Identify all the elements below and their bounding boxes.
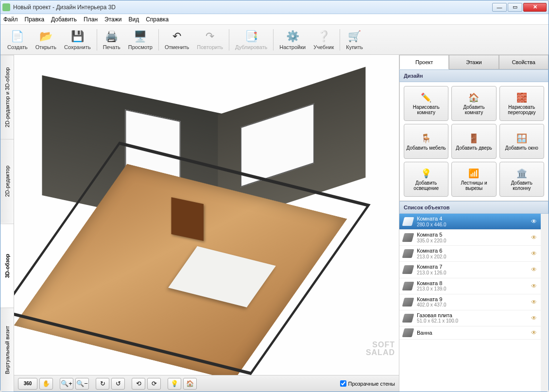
object-size: 213.0 x 202.0 (417, 254, 527, 260)
tool-label: Добавить мебель (407, 145, 446, 151)
view-button-0[interactable]: 360 (18, 378, 37, 390)
sidetab-1[interactable]: 2D-редактор (0, 139, 14, 223)
tool-Добавить комнату[interactable]: 🏠Добавить комнату (451, 86, 496, 121)
app-icon (2, 3, 10, 11)
Сохранить-icon: 💾 (70, 30, 84, 43)
menu-Правка[interactable]: Правка (25, 16, 45, 23)
object-name: Комната 8 (417, 280, 527, 287)
toolbar-separator (229, 29, 229, 51)
tool-Добавить колонну[interactable]: 🏛️Добавить колонну (499, 162, 544, 197)
toolbar-Повторить: ↷Повторить (193, 28, 227, 52)
tool-Добавить освещение[interactable]: 💡Добавить освещение (404, 162, 448, 197)
tool-Добавить окно[interactable]: 🪟Добавить окно (499, 124, 544, 159)
menu-Этажи[interactable]: Этажи (104, 16, 121, 23)
3d-canvas[interactable]: SOFT SALAD (14, 55, 399, 375)
main-area: 2D-редактор и 3D-обзор2D-редактор3D-обзо… (0, 55, 549, 392)
toolbar-Просмотр[interactable]: 🖥️Просмотр (124, 28, 156, 52)
titlebar: Новый проект - Дизайн Интерьера 3D — ▭ ✕ (0, 0, 549, 14)
visibility-icon[interactable]: 👁 (531, 250, 537, 257)
design-header: Дизайн (399, 69, 549, 82)
view-button-2[interactable]: 🔍+ (60, 378, 73, 390)
toolbar-separator (273, 29, 274, 51)
sidetab-3[interactable]: Виртуальный визит (0, 307, 14, 392)
transparent-walls-checkbox[interactable]: Прозрачные стены (340, 380, 395, 387)
object-Комната 4[interactable]: Комната 4280.0 x 446.0👁 (399, 214, 541, 230)
toolbar-label: Отменить (165, 44, 189, 50)
Открыть-icon: 📂 (39, 30, 52, 43)
visibility-icon[interactable]: 👁 (531, 329, 537, 336)
window-title: Новый проект - Дизайн Интерьера 3D (13, 4, 492, 11)
view-button-3[interactable]: 🔍− (75, 378, 89, 390)
toolbar-separator (158, 29, 159, 51)
Просмотр-icon: 🖥️ (134, 30, 147, 43)
view-button-1[interactable]: ✋ (39, 378, 53, 390)
menu-План[interactable]: План (84, 16, 98, 23)
visibility-icon[interactable]: 👁 (531, 266, 537, 273)
visibility-icon[interactable]: 👁 (531, 315, 537, 322)
tool-label: Добавить освещение (406, 180, 446, 191)
tool-label: Добавить окно (505, 145, 538, 151)
scrollbar[interactable] (541, 214, 549, 392)
tool-label: Добавить колонну (502, 180, 542, 191)
menu-Файл[interactable]: Файл (3, 16, 18, 23)
object-Комната 7[interactable]: Комната 7213.0 x 126.0👁 (399, 262, 541, 278)
menu-Добавить[interactable]: Добавить (51, 16, 77, 23)
toolbar-Настройки[interactable]: ⚙️Настройки (275, 28, 309, 52)
object-Комната 5[interactable]: Комната 5335.0 x 220.0👁 (399, 230, 541, 246)
toolbar-label: Открыть (35, 44, 56, 50)
toolbar-Печать[interactable]: 🖨️Печать (99, 28, 124, 52)
tool-Лестницы и вырезы[interactable]: 📶Лестницы и вырезы (451, 162, 496, 197)
tool-Нарисовать комнату[interactable]: ✏️Нарисовать комнату (404, 86, 448, 121)
visibility-icon[interactable]: 👁 (531, 299, 537, 306)
tool-Добавить мебель[interactable]: 🪑Добавить мебель (404, 124, 448, 159)
Купить-icon: 🛒 (348, 30, 361, 43)
tool-grid: ✏️Нарисовать комнату🏠Добавить комнату🧱На… (399, 82, 549, 201)
visibility-icon[interactable]: 👁 (531, 283, 537, 290)
close-button[interactable]: ✕ (523, 3, 547, 12)
menu-Вид[interactable]: Вид (128, 16, 139, 23)
menu-Справка[interactable]: Справка (146, 16, 169, 23)
toolbar-Создать[interactable]: 📄Создать (3, 28, 32, 52)
sidetab-2[interactable]: 3D-обзор (0, 223, 14, 307)
view-button-6[interactable]: ⟲ (132, 378, 145, 390)
view-button-9[interactable]: 🏠 (183, 378, 197, 390)
tool-label: Нарисовать перегородку (502, 104, 542, 115)
object-Комната 8[interactable]: Комната 8213.0 x 139.0👁 (399, 278, 541, 294)
tool-Добавить дверь[interactable]: 🚪Добавить дверь (451, 124, 496, 159)
toolbar-Отменить[interactable]: ↶Отменить (161, 28, 193, 52)
right-tab-Этажи[interactable]: Этажи (449, 55, 498, 69)
tool-icon: 🪟 (516, 133, 528, 144)
object-Ванна[interactable]: Ванна👁 (399, 326, 541, 340)
tool-icon: 🪑 (420, 133, 432, 144)
right-tab-Свойства[interactable]: Свойства (499, 55, 549, 69)
object-Комната 9[interactable]: Комната 9402.0 x 437.0👁 (399, 294, 541, 310)
Повторить-icon: ↷ (203, 30, 217, 43)
toolbar-label: Купить (346, 44, 363, 50)
visibility-icon[interactable]: 👁 (531, 234, 537, 241)
Отменить-icon: ↶ (170, 30, 184, 43)
object-Комната 6[interactable]: Комната 6213.0 x 202.0👁 (399, 246, 541, 262)
right-tab-Проект[interactable]: Проект (399, 55, 449, 69)
object-name: Комната 9 (417, 296, 527, 303)
view-button-7[interactable]: ⟳ (147, 378, 161, 390)
box-icon (402, 282, 414, 290)
toolbar-separator (340, 29, 340, 51)
toolbar-label: Дублировать (235, 44, 267, 50)
tool-icon: 📶 (468, 168, 480, 179)
toolbar-Купить[interactable]: 🛒Купить (342, 28, 367, 52)
object-name: Комната 6 (417, 248, 527, 254)
tool-label: Добавить дверь (456, 145, 492, 151)
visibility-icon[interactable]: 👁 (531, 218, 537, 225)
sidetab-0[interactable]: 2D-редактор и 3D-обзор (0, 55, 14, 139)
minimize-button[interactable]: — (492, 3, 507, 12)
toolbar-Учебник[interactable]: ❔Учебник (309, 28, 338, 52)
maximize-button[interactable]: ▭ (508, 3, 522, 12)
toolbar-Сохранить[interactable]: 💾Сохранить (60, 28, 95, 52)
view-button-8[interactable]: 💡 (168, 378, 181, 390)
object-size: 402.0 x 437.0 (417, 302, 527, 308)
view-button-4[interactable]: ↻ (96, 378, 109, 390)
view-button-5[interactable]: ↺ (111, 378, 125, 390)
object-Газовая плита[interactable]: Газовая плита51.0 x 62.1 x 100.0👁 (399, 310, 541, 326)
toolbar-Открыть[interactable]: 📂Открыть (32, 28, 60, 52)
tool-Нарисовать перегородку[interactable]: 🧱Нарисовать перегородку (499, 86, 544, 121)
